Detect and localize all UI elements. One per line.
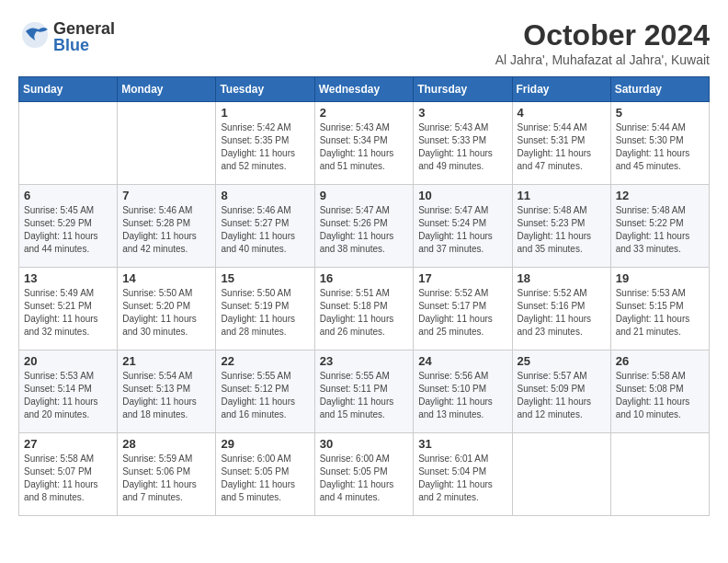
- day-info: Sunrise: 5:42 AMSunset: 5:35 PMDaylight:…: [221, 121, 309, 173]
- day-info: Sunrise: 5:44 AMSunset: 5:30 PMDaylight:…: [616, 121, 704, 173]
- day-number: 1: [221, 106, 309, 120]
- day-number: 15: [221, 271, 309, 285]
- title-block: October 2024 Al Jahra', Muhafazat al Jah…: [495, 18, 710, 67]
- month-title: October 2024: [495, 18, 710, 52]
- calendar-cell: 27Sunrise: 5:58 AMSunset: 5:07 PMDayligh…: [19, 433, 118, 516]
- day-number: 25: [518, 354, 606, 368]
- day-number: 28: [122, 437, 210, 451]
- day-info: Sunrise: 5:55 AMSunset: 5:12 PMDaylight:…: [221, 370, 309, 421]
- calendar-cell: 3Sunrise: 5:43 AMSunset: 5:33 PMDaylight…: [414, 102, 512, 185]
- calendar-cell: 15Sunrise: 5:50 AMSunset: 5:19 PMDayligh…: [216, 268, 314, 350]
- day-number: 26: [616, 354, 704, 368]
- day-info: Sunrise: 5:57 AMSunset: 5:09 PMDaylight:…: [518, 370, 606, 421]
- day-info: Sunrise: 5:54 AMSunset: 5:13 PMDaylight:…: [122, 370, 210, 421]
- day-number: 13: [24, 271, 112, 285]
- day-info: Sunrise: 5:53 AMSunset: 5:15 PMDaylight:…: [616, 287, 704, 339]
- calendar-cell: 25Sunrise: 5:57 AMSunset: 5:09 PMDayligh…: [512, 350, 610, 433]
- header-row: Sunday Monday Tuesday Wednesday Thursday…: [19, 77, 710, 102]
- page-header: General Blue October 2024 Al Jahra', Muh…: [18, 18, 710, 67]
- calendar-cell: 13Sunrise: 5:49 AMSunset: 5:21 PMDayligh…: [19, 268, 118, 350]
- day-info: Sunrise: 5:45 AMSunset: 5:29 PMDaylight:…: [24, 204, 112, 256]
- day-info: Sunrise: 5:52 AMSunset: 5:17 PMDaylight:…: [418, 287, 506, 339]
- calendar-cell: 9Sunrise: 5:47 AMSunset: 5:26 PMDaylight…: [314, 185, 414, 268]
- header-saturday: Saturday: [610, 77, 709, 102]
- calendar-cell: 4Sunrise: 5:44 AMSunset: 5:31 PMDaylight…: [512, 102, 610, 185]
- day-number: 11: [518, 189, 606, 202]
- calendar-cell: 11Sunrise: 5:48 AMSunset: 5:23 PMDayligh…: [512, 185, 610, 268]
- day-info: Sunrise: 5:47 AMSunset: 5:24 PMDaylight:…: [418, 204, 506, 256]
- calendar-cell: 16Sunrise: 5:51 AMSunset: 5:18 PMDayligh…: [314, 268, 414, 350]
- calendar-cell: 6Sunrise: 5:45 AMSunset: 5:29 PMDaylight…: [19, 185, 118, 268]
- day-info: Sunrise: 5:43 AMSunset: 5:34 PMDaylight:…: [320, 121, 409, 173]
- day-number: 20: [24, 354, 112, 368]
- day-info: Sunrise: 6:00 AMSunset: 5:05 PMDaylight:…: [221, 453, 309, 504]
- day-number: 5: [616, 106, 704, 120]
- day-number: 8: [221, 189, 309, 202]
- day-number: 16: [320, 271, 409, 285]
- day-number: 17: [418, 271, 506, 285]
- day-info: Sunrise: 5:46 AMSunset: 5:27 PMDaylight:…: [221, 204, 309, 256]
- calendar-cell: 23Sunrise: 5:55 AMSunset: 5:11 PMDayligh…: [314, 350, 414, 433]
- day-info: Sunrise: 5:56 AMSunset: 5:10 PMDaylight:…: [418, 370, 506, 421]
- day-info: Sunrise: 5:52 AMSunset: 5:16 PMDaylight:…: [518, 287, 606, 339]
- day-info: Sunrise: 5:50 AMSunset: 5:19 PMDaylight:…: [221, 287, 309, 339]
- day-number: 31: [418, 437, 506, 451]
- day-number: 9: [320, 189, 409, 202]
- day-info: Sunrise: 5:43 AMSunset: 5:33 PMDaylight:…: [418, 121, 506, 173]
- day-info: Sunrise: 5:59 AMSunset: 5:06 PMDaylight:…: [122, 453, 210, 504]
- day-number: 7: [122, 189, 210, 202]
- calendar-week-1: 1Sunrise: 5:42 AMSunset: 5:35 PMDaylight…: [19, 102, 710, 185]
- day-info: Sunrise: 5:49 AMSunset: 5:21 PMDaylight:…: [24, 287, 112, 339]
- day-number: 6: [24, 189, 112, 202]
- day-info: Sunrise: 5:55 AMSunset: 5:11 PMDaylight:…: [320, 370, 409, 421]
- calendar-cell: 19Sunrise: 5:53 AMSunset: 5:15 PMDayligh…: [610, 268, 709, 350]
- day-number: 23: [320, 354, 409, 368]
- day-info: Sunrise: 5:50 AMSunset: 5:20 PMDaylight:…: [122, 287, 210, 339]
- calendar-cell: 7Sunrise: 5:46 AMSunset: 5:28 PMDaylight…: [118, 185, 216, 268]
- calendar-cell: 17Sunrise: 5:52 AMSunset: 5:17 PMDayligh…: [414, 268, 512, 350]
- calendar-cell: 24Sunrise: 5:56 AMSunset: 5:10 PMDayligh…: [414, 350, 512, 433]
- day-number: 14: [122, 271, 210, 285]
- calendar-cell: 1Sunrise: 5:42 AMSunset: 5:35 PMDaylight…: [216, 102, 314, 185]
- calendar-cell: 28Sunrise: 5:59 AMSunset: 5:06 PMDayligh…: [118, 433, 216, 516]
- calendar-cell: 21Sunrise: 5:54 AMSunset: 5:13 PMDayligh…: [118, 350, 216, 433]
- header-tuesday: Tuesday: [216, 77, 314, 102]
- day-info: Sunrise: 5:48 AMSunset: 5:22 PMDaylight:…: [616, 204, 704, 256]
- calendar-week-5: 27Sunrise: 5:58 AMSunset: 5:07 PMDayligh…: [19, 433, 710, 516]
- calendar-cell: [610, 433, 709, 516]
- calendar-cell: 18Sunrise: 5:52 AMSunset: 5:16 PMDayligh…: [512, 268, 610, 350]
- calendar-header: Sunday Monday Tuesday Wednesday Thursday…: [19, 77, 710, 102]
- logo-text: General Blue: [53, 20, 115, 53]
- day-info: Sunrise: 5:44 AMSunset: 5:31 PMDaylight:…: [518, 121, 606, 173]
- day-number: 3: [418, 106, 506, 120]
- day-info: Sunrise: 5:48 AMSunset: 5:23 PMDaylight:…: [518, 204, 606, 256]
- header-monday: Monday: [118, 77, 216, 102]
- day-number: 4: [518, 106, 606, 120]
- day-info: Sunrise: 6:01 AMSunset: 5:04 PMDaylight:…: [418, 453, 506, 504]
- calendar-cell: 12Sunrise: 5:48 AMSunset: 5:22 PMDayligh…: [610, 185, 709, 268]
- calendar-cell: 5Sunrise: 5:44 AMSunset: 5:30 PMDaylight…: [610, 102, 709, 185]
- calendar-cell: 8Sunrise: 5:46 AMSunset: 5:27 PMDaylight…: [216, 185, 314, 268]
- calendar-cell: [118, 102, 216, 185]
- calendar-cell: 22Sunrise: 5:55 AMSunset: 5:12 PMDayligh…: [216, 350, 314, 433]
- day-number: 12: [616, 189, 704, 202]
- calendar-cell: 26Sunrise: 5:58 AMSunset: 5:08 PMDayligh…: [610, 350, 709, 433]
- calendar-cell: 14Sunrise: 5:50 AMSunset: 5:20 PMDayligh…: [118, 268, 216, 350]
- day-number: 22: [221, 354, 309, 368]
- day-number: 21: [122, 354, 210, 368]
- calendar-cell: 31Sunrise: 6:01 AMSunset: 5:04 PMDayligh…: [414, 433, 512, 516]
- logo-general: General: [53, 20, 115, 37]
- calendar-week-3: 13Sunrise: 5:49 AMSunset: 5:21 PMDayligh…: [19, 268, 710, 350]
- calendar-cell: [512, 433, 610, 516]
- day-info: Sunrise: 6:00 AMSunset: 5:05 PMDaylight:…: [320, 453, 409, 504]
- calendar-cell: 10Sunrise: 5:47 AMSunset: 5:24 PMDayligh…: [414, 185, 512, 268]
- calendar-week-2: 6Sunrise: 5:45 AMSunset: 5:29 PMDaylight…: [19, 185, 710, 268]
- day-number: 10: [418, 189, 506, 202]
- day-number: 27: [24, 437, 112, 451]
- day-number: 18: [518, 271, 606, 285]
- logo: General Blue: [18, 18, 115, 55]
- day-number: 30: [320, 437, 409, 451]
- calendar-cell: 2Sunrise: 5:43 AMSunset: 5:34 PMDaylight…: [314, 102, 414, 185]
- calendar-table: Sunday Monday Tuesday Wednesday Thursday…: [18, 76, 710, 516]
- header-wednesday: Wednesday: [314, 77, 414, 102]
